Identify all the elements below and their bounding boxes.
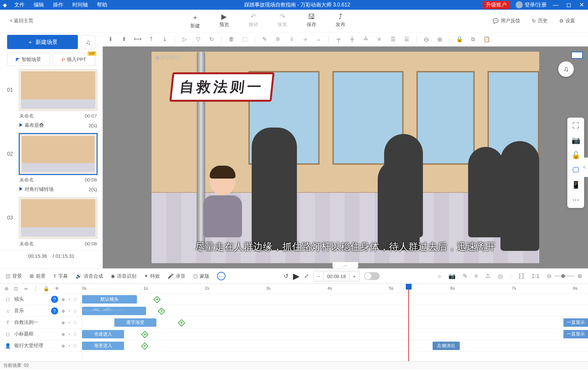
clip-默认镜头[interactable]: 默认镜头 [82,295,137,304]
scene-thumb-01[interactable] [19,69,98,111]
track-lane-小标题框[interactable]: 光速进入一直显示 [82,328,588,340]
track-head-小标题框[interactable]: ◻ 小标题框 ◆•◇ [0,328,82,340]
align-right-icon[interactable]: ⫀ [288,36,296,43]
folder-icon[interactable]: ⊡ [14,286,18,292]
eye-icon[interactable]: 👁 [55,286,59,291]
help-icon[interactable]: ? [51,296,58,303]
tl-effects-button[interactable]: ✦特效 [144,273,160,279]
toolbar-预览[interactable]: ▶预览 [219,13,229,29]
unlock-icon[interactable]: 🔓 [572,151,580,160]
toolbar-right-设置[interactable]: ⚙设置 [559,18,575,24]
align-vcenter-icon[interactable]: ⟷ [134,36,142,43]
crop-icon[interactable]: ⬚ [241,36,249,43]
keyframe-add[interactable] [153,296,161,304]
track-head-音乐[interactable]: ♫ 音乐 ? ◆•◇ [0,305,82,317]
align-m-icon[interactable]: ╪ [348,36,356,43]
stack-icon[interactable]: ⫘ [23,286,28,291]
keyframe-add[interactable] [141,343,149,350]
zoom-in-tl[interactable]: ⊕ [577,273,582,280]
tl-tts-button[interactable]: 🔊语音合成 [76,273,103,279]
flip-h-icon[interactable]: ▷ [181,36,188,43]
scene-thumb-03[interactable] [19,197,98,239]
layers-icon[interactable]: ≡ [475,273,478,280]
maximize-button[interactable]: ◻ [562,1,575,8]
upgrade-button[interactable]: 升级账户 [483,1,510,9]
lock-icon[interactable]: 🔒 [456,36,463,43]
flip-v-icon[interactable]: ▽ [194,36,202,43]
time-plus[interactable]: + [350,273,359,279]
clip-左侧淡出[interactable]: 左侧淡出 [433,342,460,350]
fullscreen-icon[interactable]: ⤢ [304,273,309,280]
track-lane-银行大堂经理[interactable]: 渐变进入左侧淡出 [82,340,588,352]
copy-icon[interactable]: ⧉ [469,36,477,43]
minimize-button[interactable]: — [549,2,562,8]
bracket-in-icon[interactable]: ⟦⟧ [519,273,524,280]
track-head-自救法则一[interactable]: T 自救法则一 ◆•◇ [0,317,82,328]
side-expand[interactable]: < [581,158,588,177]
align-t-icon[interactable]: ╤ [335,36,342,43]
autoplay-toggle[interactable] [364,272,380,280]
tag-icon[interactable] [571,52,583,59]
safezone-icon[interactable]: ⛶ [572,121,579,130]
close-button[interactable]: ✕ [575,1,588,8]
tl-record-button[interactable]: 🎤录音 [168,273,185,279]
collapse-toggle[interactable]: ︿ [332,262,358,269]
clip-逐字渐变[interactable]: 逐字渐变 [114,318,156,327]
align-down-icon[interactable]: ⬇ [107,36,114,43]
tl-background-button[interactable]: ◫背景 [6,273,22,279]
time-input[interactable]: − 00:08.18 + [313,271,359,281]
help-icon[interactable]: ? [51,307,58,314]
edit-key-icon[interactable]: ✎ [463,273,467,280]
tl-subtitle-button[interactable]: T字幕 [53,273,68,279]
transition-button[interactable]: 对角行铺转场 [19,186,54,192]
new-scene-button[interactable]: ＋ 新建场景 [7,35,78,49]
login-button[interactable]: 登录/注册 [513,1,549,8]
smart-scene-button[interactable]: ◤智能场景 [7,53,50,66]
sign-box[interactable]: 自救法则一 [169,72,275,102]
canvas-stage[interactable]: 自救法则一 尽量走在人群边缘，抓住路灯杆以稳住身体，待人群过去后，迅速离开 ◼ … [152,52,539,263]
clip-渐变进入[interactable]: 渐变进入 [82,342,124,350]
menu-file[interactable]: 文件 [10,2,29,8]
align-up-icon[interactable]: ⬆ [120,36,128,43]
always-show-tag[interactable]: 一直显示 [563,330,588,338]
time-minus[interactable]: − [314,273,323,279]
zoom-out-icon[interactable]: ⊖ [422,36,430,43]
track-head-镜头[interactable]: ◻ 镜头 ? ◆•◇ [0,294,82,305]
insert-ppt-button[interactable]: P插入PPTVIP [53,53,96,66]
always-show-tag[interactable]: 一直显示 [563,318,588,327]
timeline-ruler[interactable]: 0s1s2s3s4s5s6s7s8s [82,284,588,294]
align-b-icon[interactable]: ╧ [362,36,370,43]
character[interactable] [200,167,245,237]
target-icon[interactable]: ◎ [498,273,503,280]
canvas-area[interactable]: 自救法则一 尽量走在人群边缘，抓住路灯杆以稳住身体，待人群过去后，迅速离开 ◼ … [103,46,588,268]
align-bottom-icon[interactable]: ⤓ [161,36,169,43]
toolbar-right-历史[interactable]: ↻历史 [532,18,548,24]
bgm-button[interactable]: ♫ [81,35,95,49]
display-icon[interactable]: 🖵 [572,166,579,174]
ratio-icon[interactable]: 1:1 [531,273,540,280]
back-home-button[interactable]: < 返回主页 [0,18,43,24]
audio-clip[interactable] [82,307,146,315]
menu-timeline[interactable]: 时间轴 [68,2,92,8]
tl-mask-button[interactable]: ▢蒙版 [193,273,209,279]
delete-icon[interactable]: 🗑 [227,36,235,43]
rotate-icon[interactable]: ↻ [208,36,215,43]
hdist-icon[interactable]: ⟛ [301,36,309,43]
zoom-out-tl[interactable]: ⊖ [547,273,551,280]
tl-asr-button[interactable]: ◉语音识别 [111,273,136,279]
zoom-slider[interactable] [555,275,574,277]
lock-track-icon[interactable]: 🔒 [43,286,49,292]
kebab-icon[interactable]: ⋮ [33,286,38,292]
track-lane-镜头[interactable]: 默认镜头 [82,294,588,305]
scene-thumb-02[interactable] [19,133,98,175]
snapshot-icon[interactable]: 📷 [448,273,456,280]
more-icon[interactable]: ⋯ [572,196,579,204]
just-c-icon[interactable]: ☰ [389,36,397,43]
just-l-icon[interactable]: ≡ [375,36,383,43]
tl-foreground-button[interactable]: ⊞前景 [30,273,46,279]
toolbar-新建[interactable]: ＋新建 [190,13,200,29]
vdist-icon[interactable]: ⫠ [315,36,323,43]
menu-help[interactable]: 帮助 [92,2,112,8]
track-lane-音乐[interactable] [82,305,588,317]
add-track-icon[interactable]: ⊕ [5,286,9,292]
